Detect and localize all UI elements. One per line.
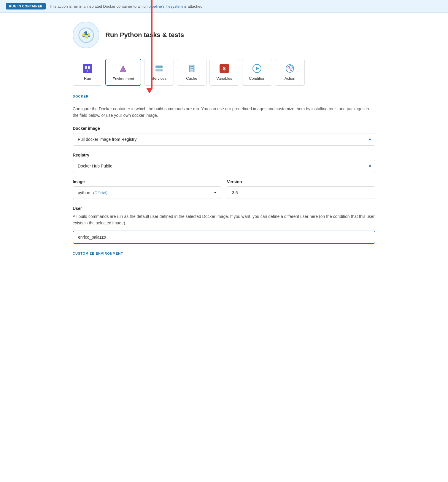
run-in-container-badge: RUN IN CONTAINER: [6, 3, 46, 9]
services-icon: [154, 63, 164, 74]
tab-cache[interactable]: Cache: [177, 59, 206, 86]
svg-rect-17: [190, 70, 192, 71]
user-input[interactable]: [73, 231, 375, 244]
variables-icon: $: [219, 63, 230, 74]
docker-image-group: Docker image Pull docker image from Regi…: [73, 126, 375, 146]
registry-group: Registry Docker Hub Public ▾: [73, 153, 375, 172]
registry-label: Registry: [73, 153, 375, 157]
tab-variables-label: Variables: [216, 76, 232, 81]
version-group: Version: [227, 179, 375, 199]
svg-point-1: [85, 33, 85, 33]
condition-icon: [252, 63, 262, 74]
tab-variables[interactable]: $ Variables: [209, 59, 239, 86]
svg-text:$: $: [223, 66, 226, 71]
customize-environment[interactable]: CUSTOMIZE ENVIRONMENT: [73, 251, 375, 256]
action-icon: [285, 63, 295, 74]
svg-point-23: [288, 66, 290, 68]
tab-run-label: Run: [84, 76, 91, 81]
tab-run[interactable]: $ Run: [73, 59, 102, 86]
page-title: Run Python tasks & tests: [105, 31, 184, 39]
svg-point-2: [87, 36, 88, 37]
tabs-row: $ Run Environment: [73, 59, 375, 86]
customize-environment-label: CUSTOMIZE ENVIRONMENT: [73, 252, 123, 255]
official-badge: (Official): [93, 191, 107, 195]
tab-services[interactable]: Services: [144, 59, 174, 86]
banner-text: This action is run in an isolated Docker…: [49, 4, 203, 9]
docker-image-select[interactable]: Pull docker image from Registry: [73, 133, 375, 146]
tab-services-label: Services: [152, 76, 166, 81]
version-label: Version: [227, 179, 375, 184]
svg-marker-21: [256, 67, 259, 70]
svg-point-24: [290, 69, 292, 71]
run-icon: $: [82, 63, 93, 74]
user-description: All build commands are run as the defaul…: [73, 213, 375, 226]
svg-point-11: [161, 66, 163, 67]
section-label: DOCKER: [73, 95, 375, 101]
image-select[interactable]: python (Official) ▾: [73, 186, 221, 199]
main-content: Run Python tasks & tests $ Run: [67, 13, 381, 264]
svg-rect-5: [88, 66, 90, 69]
registry-select-wrapper: Docker Hub Public ▾: [73, 160, 375, 172]
python-icon: [78, 27, 94, 43]
version-input[interactable]: [227, 186, 375, 199]
plugin-icon-wrap: [73, 22, 99, 48]
svg-point-0: [79, 28, 93, 42]
image-group: Image python (Official) ▾: [73, 179, 221, 199]
tab-action[interactable]: Action: [275, 59, 305, 86]
image-value: python: [78, 190, 90, 195]
svg-point-12: [161, 70, 163, 71]
section-description: Configure the Docker container in which …: [73, 106, 375, 119]
svg-line-25: [289, 68, 290, 69]
cache-icon: [186, 63, 197, 74]
image-chevron-icon: ▾: [214, 191, 216, 195]
svg-rect-16: [190, 68, 193, 69]
environment-icon: [118, 63, 128, 74]
tab-cache-label: Cache: [186, 76, 197, 81]
user-section: User All build commands are run as the d…: [73, 206, 375, 244]
tab-environment-label: Environment: [112, 76, 134, 81]
registry-select[interactable]: Docker Hub Public: [73, 160, 375, 172]
tab-condition-label: Condition: [249, 76, 265, 81]
docker-image-label: Docker image: [73, 126, 375, 131]
docker-image-select-wrapper: Pull docker image from Registry ▾: [73, 133, 375, 146]
top-banner: RUN IN CONTAINER This action is run in a…: [0, 0, 448, 13]
tab-condition[interactable]: Condition: [242, 59, 272, 86]
docker-section: DOCKER Configure the Docker container in…: [73, 95, 375, 119]
svg-text:$: $: [87, 69, 88, 72]
svg-rect-15: [190, 66, 193, 67]
image-version-row: Image python (Official) ▾ Version: [73, 179, 375, 199]
pipeline-filesystem-link[interactable]: pipeline's filesystem: [149, 4, 183, 9]
tab-action-label: Action: [285, 76, 295, 81]
svg-rect-4: [85, 66, 87, 69]
tab-environment[interactable]: Environment: [105, 59, 141, 86]
image-label: Image: [73, 179, 221, 184]
user-label: User: [73, 206, 375, 211]
page-header: Run Python tasks & tests: [73, 22, 375, 48]
